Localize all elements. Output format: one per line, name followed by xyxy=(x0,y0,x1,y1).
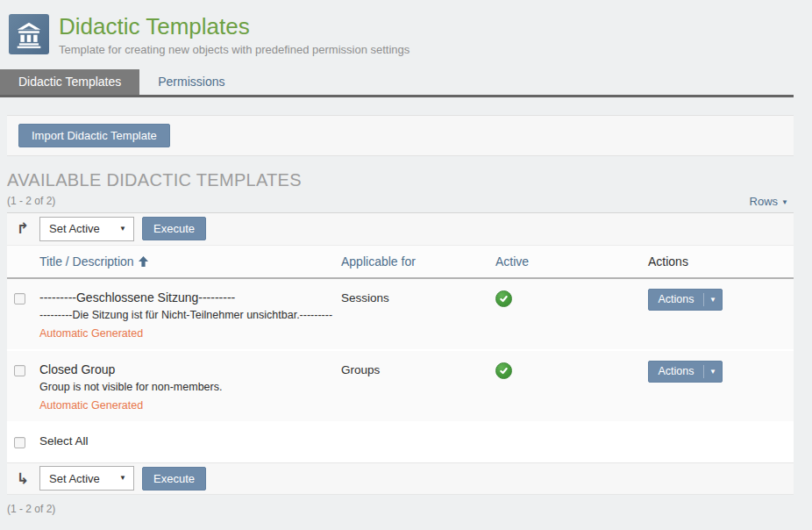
import-didactic-template-button[interactable]: Import Didactic Template xyxy=(18,124,170,147)
tab-bar: Didactic Templates Permissions xyxy=(0,69,794,97)
caret-down-icon: ▼ xyxy=(704,362,722,382)
row-checkbox-cell xyxy=(7,362,39,380)
rows-dropdown-label: Rows xyxy=(750,195,779,208)
template-auto-generated-tag: Automatic Generated xyxy=(39,399,341,412)
row-title-cell: Closed Group Group is not visible for no… xyxy=(39,362,341,412)
page-title: Didactic Templates xyxy=(59,14,410,40)
template-description: Group is not visible for non-members. xyxy=(39,381,341,393)
page-header: Didactic Templates Template for creating… xyxy=(0,0,794,56)
caret-down-icon: ▼ xyxy=(704,290,722,310)
arrow-turn-down-right-icon: ↳ xyxy=(14,469,32,488)
active-status-cell xyxy=(495,290,648,308)
import-toolbar: Import Didactic Template xyxy=(7,115,794,156)
range-indicator-top: (1 - 2 of 2) xyxy=(7,195,55,207)
template-auto-generated-tag: Automatic Generated xyxy=(39,327,341,340)
execute-button-bottom[interactable]: Execute xyxy=(142,467,206,491)
table-header-row: Title / Description Applicable for Activ… xyxy=(7,246,794,279)
column-header-label: Title / Description xyxy=(39,254,134,269)
bulk-action-select-wrap-top: Set Active ▼ xyxy=(39,217,134,241)
range-indicator-bottom: (1 - 2 of 2) xyxy=(7,503,794,515)
row-checkbox[interactable] xyxy=(14,365,25,376)
actions-dropdown-button[interactable]: Actions ▼ xyxy=(648,289,723,311)
active-status-cell xyxy=(495,362,648,380)
didactic-templates-table: ↱ Set Active ▼ Execute Title / Descripti… xyxy=(7,212,794,495)
select-all-row: Select All xyxy=(7,423,794,462)
page-subtitle: Template for creating new objects with p… xyxy=(59,43,410,56)
row-actions-cell: Actions ▼ xyxy=(648,362,794,383)
execute-button-top[interactable]: Execute xyxy=(142,217,206,240)
bulk-action-select-top[interactable]: Set Active xyxy=(39,217,134,241)
row-title-cell: ---------Geschlossene Sitzung--------- -… xyxy=(39,290,341,340)
actions-button-label: Actions xyxy=(649,290,703,310)
table-meta: (1 - 2 of 2) Rows▼ xyxy=(7,195,794,208)
bulk-action-select-bottom[interactable]: Set Active xyxy=(39,466,134,491)
table-title: AVAILABLE DIDACTIC TEMPLATES xyxy=(7,170,794,190)
select-all-checkbox-cell xyxy=(7,434,39,452)
check-circle-icon xyxy=(495,362,512,379)
tab-permissions[interactable]: Permissions xyxy=(139,69,243,95)
arrow-turn-up-right-icon: ↱ xyxy=(14,219,32,238)
tab-didactic-templates[interactable]: Didactic Templates xyxy=(0,69,139,95)
template-description: ---------Die Sitzung ist für Nicht-Teiln… xyxy=(39,309,341,321)
table-row: ---------Geschlossene Sitzung--------- -… xyxy=(7,279,794,351)
template-title: Closed Group xyxy=(39,362,341,376)
actions-button-label: Actions xyxy=(649,362,703,382)
check-circle-icon xyxy=(495,290,512,307)
template-title: ---------Geschlossene Sitzung--------- xyxy=(39,290,341,304)
sort-ascending-icon xyxy=(139,255,148,269)
bulk-toolbar-bottom: ↳ Set Active ▼ Execute xyxy=(7,462,794,495)
select-all-label: Select All xyxy=(39,434,341,448)
bulk-toolbar-top: ↱ Set Active ▼ Execute xyxy=(7,213,794,246)
column-header-title-description[interactable]: Title / Description xyxy=(39,254,341,269)
row-actions-cell: Actions ▼ xyxy=(648,290,794,311)
actions-dropdown-button[interactable]: Actions ▼ xyxy=(648,361,723,383)
row-checkbox-cell xyxy=(7,290,39,308)
caret-down-icon: ▼ xyxy=(781,198,788,206)
main-content: Didactic Templates Template for creating… xyxy=(0,0,794,515)
column-header-active[interactable]: Active xyxy=(495,254,648,269)
select-all-checkbox[interactable] xyxy=(14,437,25,448)
table-row: Closed Group Group is not visible for no… xyxy=(7,351,794,423)
column-header-actions: Actions xyxy=(648,254,794,269)
institution-icon xyxy=(9,14,49,54)
rows-dropdown[interactable]: Rows▼ xyxy=(750,195,794,208)
bulk-action-select-wrap-bottom: Set Active ▼ xyxy=(39,466,134,491)
applicable-for-value: Sessions xyxy=(341,290,495,304)
applicable-for-value: Groups xyxy=(341,362,495,376)
column-header-applicable-for[interactable]: Applicable for xyxy=(341,254,495,269)
page-header-text: Didactic Templates Template for creating… xyxy=(59,14,410,56)
row-checkbox[interactable] xyxy=(14,293,25,304)
